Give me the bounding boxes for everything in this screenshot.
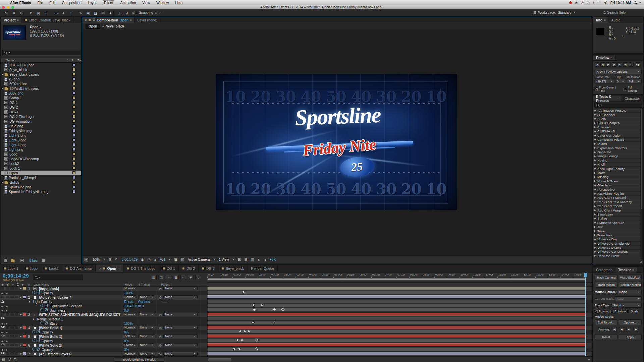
keyframe-navigator[interactable]: ◀ ◇ ▶ xyxy=(1,348,8,352)
stabilize-motion-button[interactable]: Stabilize Motion xyxy=(619,282,642,288)
snapshot-icon[interactable]: ◉ xyxy=(141,257,144,262)
effects-category-transition[interactable]: ▶Transition xyxy=(593,233,641,237)
layer-name[interactable]: [White Solid 1] xyxy=(39,326,62,330)
parent-dropdown[interactable]: None▼ xyxy=(163,335,198,338)
label-chip[interactable] xyxy=(72,171,75,174)
label-chip[interactable] xyxy=(72,181,75,184)
play-icon[interactable]: ▶ xyxy=(606,62,611,67)
panel-menu-icon[interactable]: ≡ xyxy=(611,56,612,59)
parent-dropdown[interactable]: None▼ xyxy=(163,326,198,329)
label-chip[interactable] xyxy=(72,101,75,104)
panel-menu-icon[interactable]: ≡ xyxy=(130,18,131,22)
tab-info[interactable]: Info≡ xyxy=(593,17,609,23)
blend-mode-dropdown[interactable]: Norma▼ xyxy=(123,295,137,299)
audio-toggle[interactable] xyxy=(5,326,9,329)
expand-triangle-icon[interactable]: ▼ xyxy=(19,335,22,339)
pickwhip-icon[interactable]: ◎ xyxy=(159,335,162,339)
analyze-backward-icon[interactable]: ◀ xyxy=(619,327,624,331)
effects-category-universe-generators[interactable]: ▶Universe Generators xyxy=(593,250,641,254)
ram-preview-options-dropdown[interactable]: RAM Preview Options▼ xyxy=(595,69,642,74)
layer-duration-bar[interactable] xyxy=(207,335,586,338)
disclosure-triangle-icon[interactable]: ▶ xyxy=(594,226,597,228)
pickwhip-icon[interactable]: ◎ xyxy=(159,326,162,330)
layer-rows[interactable]: ▼1[9eye_black]Norma▼◎None▼◀ ◇ ▶Opacity10… xyxy=(0,287,592,356)
disclosure-triangle-icon[interactable]: ▶ xyxy=(594,159,597,162)
expand-layer-switches-icon[interactable]: ▤ xyxy=(2,357,5,362)
time-ruler[interactable]: 0:00f00:15f01:00f01:15f02:00f02:15f03:00… xyxy=(207,273,592,283)
property-row-start[interactable]: ◀ ◇ ▶Start100% xyxy=(0,321,592,326)
layer-duration-bar[interactable] xyxy=(207,352,586,355)
magnification-value[interactable]: 50% xyxy=(93,258,100,261)
creative-cloud-icon[interactable]: ◎ xyxy=(581,1,584,4)
analyze-backward-one-icon[interactable]: ◀| xyxy=(612,327,617,331)
effects-category-universe-crumplepop[interactable]: ▶Universe CrumplePop xyxy=(593,242,641,246)
snapping-checkbox[interactable] xyxy=(134,11,137,14)
menu-item-help[interactable]: Help xyxy=(175,1,182,5)
effects-category-time[interactable]: ▶Time xyxy=(593,229,641,233)
disclosure-triangle-icon[interactable]: ▶ xyxy=(594,109,597,112)
effects-category-perspective[interactable]: ▶Perspective xyxy=(593,187,641,191)
effects-category-color-correction[interactable]: ▶Color Correction xyxy=(593,133,641,137)
layer-name[interactable]: [9eye_black] xyxy=(39,287,59,291)
label-chip[interactable] xyxy=(72,124,75,127)
workspace-caret-icon[interactable]: ▼ xyxy=(574,11,576,14)
brush-tool[interactable]: ✎ xyxy=(78,10,84,16)
solo-toggle[interactable] xyxy=(10,343,14,347)
project-item-50yardline[interactable]: 50YardLine xyxy=(1,81,81,86)
effects-category-list[interactable]: ▶* Animation Presets▶3D Channel▶Audio▶Bl… xyxy=(593,109,641,259)
menu-item-layer[interactable]: Layer xyxy=(88,1,97,5)
solo-toggle[interactable] xyxy=(10,287,14,290)
effects-category-generate[interactable]: ▶Generate xyxy=(593,150,641,154)
timeline-tab-logo[interactable]: Logo xyxy=(22,264,41,272)
label-chip[interactable] xyxy=(72,87,75,90)
blend-mode-dropdown[interactable]: Norma▼ xyxy=(123,313,137,316)
project-item-50yardline-layers[interactable]: ▶50YardLine Layers xyxy=(1,86,81,91)
layer-name[interactable]: [Adjustment Layer 6] xyxy=(39,352,72,356)
notification-center-icon[interactable]: ≡ xyxy=(639,1,641,4)
edit-target-button[interactable]: Edit Target... xyxy=(595,319,618,325)
workspace-value[interactable]: Standard xyxy=(558,11,572,14)
tab-preview[interactable]: Preview≡ xyxy=(593,55,615,60)
keyframe-navigator[interactable]: ◀ ◇ ▶ xyxy=(1,321,8,326)
menu-item-effect[interactable]: Effect xyxy=(103,1,114,5)
project-item-fridaynite-png[interactable]: FridayNite.png xyxy=(1,128,81,133)
disclosure-triangle-icon[interactable]: ▶ xyxy=(594,188,597,191)
disclosure-triangle-icon[interactable]: ▶ xyxy=(594,250,597,253)
property-name[interactable]: Opacity xyxy=(42,348,53,352)
group-name[interactable]: Range Selector 1 xyxy=(37,317,63,321)
rect-tool[interactable]: ▭ xyxy=(53,10,59,16)
effects-category-channel[interactable]: ▶Channel xyxy=(593,125,641,129)
group-row-range-selector-1[interactable]: ▼Range Selector 1 xyxy=(0,317,592,321)
effects-category-red-giant-toonit[interactable]: ▶Red Giant ToonIt xyxy=(593,204,641,208)
apply-button[interactable]: Apply xyxy=(619,334,642,340)
last-frame-icon[interactable]: ▶| xyxy=(618,62,622,67)
layer-label-chip[interactable] xyxy=(23,326,26,329)
disclosure-triangle-icon[interactable]: ▶ xyxy=(594,146,597,149)
lock-icon[interactable] xyxy=(93,19,95,21)
trkmat-dropdown[interactable]: None▼ xyxy=(138,326,155,329)
track-camera-button[interactable]: Track Camera xyxy=(595,275,618,280)
stopwatch-icon[interactable] xyxy=(40,304,43,307)
options-button[interactable]: Options... xyxy=(619,319,642,325)
work-area-bar[interactable] xyxy=(207,278,586,281)
pickwhip-icon[interactable]: ◎ xyxy=(159,287,162,291)
project-item-field-png[interactable]: Field.png xyxy=(1,124,81,128)
label-chip[interactable] xyxy=(72,190,75,193)
graph-icon[interactable] xyxy=(45,321,48,324)
position-checkbox[interactable] xyxy=(595,310,598,313)
next-frame-icon[interactable]: |▶ xyxy=(612,62,616,67)
disclosure-triangle-icon[interactable]: ▶ xyxy=(594,130,597,133)
effects-category-distort[interactable]: ▶Distort xyxy=(593,142,641,146)
project-item--0013-0087-png[interactable]: [0013-0087].png xyxy=(1,63,81,67)
property-value[interactable]: 1364.0,830.0 xyxy=(124,304,144,308)
effects-category-red-giant-warp[interactable]: ▶Red Giant Warp xyxy=(593,208,641,212)
expand-triangle-icon[interactable]: ▼ xyxy=(19,343,22,348)
draft-3d-icon[interactable]: ◫ xyxy=(158,275,164,280)
disclosure-triangle-icon[interactable]: ▶ xyxy=(594,122,597,124)
layer-duration-bar[interactable] xyxy=(207,343,586,346)
selected-item-name[interactable]: Open xyxy=(30,25,39,29)
axis-world-icon[interactable]: ⊿ xyxy=(123,10,129,16)
disclosure-triangle-icon[interactable]: ▶ xyxy=(594,213,597,216)
pixel-aspect-icon[interactable]: ⊟ xyxy=(238,257,241,262)
trkmat-dropdown[interactable]: None▼ xyxy=(138,313,155,316)
